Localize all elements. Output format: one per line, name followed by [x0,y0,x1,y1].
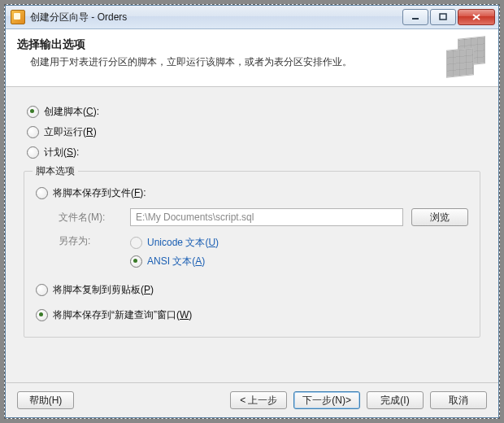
option-label: ANSI 文本 [147,255,192,267]
option-create-script[interactable]: 创建脚本(C): [27,105,484,119]
option-label: 将脚本保存到文件 [53,187,131,198]
page-subtext: 创建用于对表进行分区的脚本，立即运行该脚本，或者为表分区安排作业。 [30,55,435,69]
app-icon [11,10,25,24]
back-button[interactable]: < 上一步 [230,391,287,409]
option-label: 将脚本复制到剪贴板 [53,284,141,295]
option-label: 创建脚本 [44,106,83,117]
wizard-graphic-icon [443,37,487,76]
window-title: 创建分区向导 - Orders [30,11,127,24]
close-button[interactable] [458,9,495,25]
help-button[interactable]: 帮助(H) [17,391,74,409]
option-unicode-text[interactable]: Unicode 文本(U) [130,236,219,250]
close-icon [471,13,481,21]
group-legend: 脚本选项 [33,164,78,178]
wizard-body: 创建脚本(C): 立即运行(R) 计划(S): [6,87,498,382]
radio-icon [130,255,142,268]
option-save-to-file[interactable]: 将脚本保存到文件(F): [36,186,468,200]
next-button[interactable]: 下一步(N) > [293,391,360,409]
radio-icon [36,309,48,321]
option-save-new-query[interactable]: 将脚本保存到“新建查询”窗口(W) [36,308,468,322]
minimize-button[interactable] [402,9,428,25]
wizard-header: 选择输出选项 创建用于对表进行分区的脚本，立即运行该脚本，或者为表分区安排作业。 [6,29,498,87]
svg-rect-1 [440,14,446,20]
option-ansi-text[interactable]: ANSI 文本(A) [130,255,219,268]
radio-icon [130,237,142,249]
file-name-label: 文件名(M): [59,211,122,225]
option-copy-clipboard[interactable]: 将脚本复制到剪贴板(P) [36,283,468,297]
file-name-input[interactable]: E:\My Documents\script.sql [130,208,403,226]
page-heading: 选择输出选项 [17,37,435,52]
option-run-now[interactable]: 立即运行(R) [27,125,484,139]
titlebar: 创建分区向导 - Orders [6,6,498,29]
browse-button[interactable]: 浏览 [411,208,468,226]
save-as-label: 另存为: [59,234,122,248]
finish-button[interactable]: 完成(I) [367,391,424,409]
option-label: Unicode 文本 [147,237,205,248]
minimize-icon [411,13,419,21]
wizard-window: 创建分区向导 - Orders [5,5,499,418]
script-options-group: 脚本选项 将脚本保存到文件(F): 文件名(M): E:\My Document… [24,171,480,338]
maximize-button[interactable] [430,9,456,25]
option-label: 立即运行 [44,126,83,137]
cancel-button[interactable]: 取消 [430,391,487,409]
maximize-icon [439,13,447,21]
radio-icon [27,146,39,159]
radio-icon [36,284,48,296]
radio-icon [27,126,39,138]
radio-icon [36,187,48,199]
option-schedule[interactable]: 计划(S): [27,146,484,159]
radio-icon [27,106,39,118]
wizard-footer: 帮助(H) < 上一步 下一步(N) > 完成(I) 取消 [6,382,498,417]
option-label: 计划 [44,146,63,158]
option-label: 将脚本保存到“新建查询”窗口 [53,309,176,321]
